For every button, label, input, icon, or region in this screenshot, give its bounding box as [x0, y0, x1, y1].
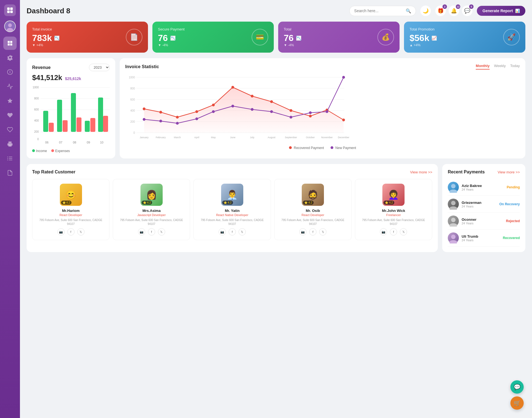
instagram-icon-1[interactable]: 📷 [138, 228, 145, 235]
customer-name-4: Mr.John Wick [359, 209, 429, 213]
sidebar-item-heart2[interactable] [3, 123, 17, 136]
payments-view-more[interactable]: View more >> [498, 170, 520, 174]
facebook-icon-2[interactable]: f [229, 228, 236, 235]
sidebar-item-heart[interactable] [3, 109, 17, 122]
sidebar-item-doc[interactable] [3, 166, 17, 179]
stat-icon-invoice: 📄 [126, 29, 142, 45]
facebook-icon-0[interactable]: f [67, 228, 75, 235]
svg-text:800: 800 [34, 97, 39, 100]
fab-cart[interactable]: 🛒 [510, 396, 524, 410]
twitter-icon-3[interactable]: 𝕏 [319, 228, 326, 235]
fab-support[interactable]: 💬 [510, 380, 524, 394]
svg-text:08: 08 [73, 141, 76, 144]
customer-social-1: 📷 f 𝕏 [116, 228, 186, 235]
svg-rect-10 [10, 43, 12, 45]
stat-card-payment[interactable]: Secure Payment 76 📉 ▼ -4% 💳 [152, 22, 274, 53]
customer-name-0: Mr.Hariom [36, 209, 106, 213]
svg-point-80 [270, 100, 273, 103]
search-bar[interactable]: 🔍 [349, 6, 416, 16]
payment-info-1: Griezerman 24 Years [462, 201, 497, 208]
payment-info-3: Uli Trumb 24 Years [462, 234, 500, 242]
revenue-sub-value: $25,612k [65, 76, 81, 81]
stat-card-invoice[interactable]: Total invoice 783k 📉 ▼ +4% 📄 [27, 22, 148, 53]
svg-point-85 [143, 118, 145, 121]
stat-card-promo[interactable]: Total Promotion $56k 📈 ▲ +4% 🚀 [404, 22, 525, 53]
sidebar-item-info[interactable] [3, 65, 17, 79]
theme-toggle-button[interactable]: 🌙 [420, 6, 431, 16]
payment-age-2: 24 Years [462, 222, 503, 225]
sidebar-item-list[interactable] [3, 152, 17, 165]
payment-item-2[interactable]: Oconner 24 Years Rejected [448, 213, 520, 230]
twitter-icon-0[interactable]: 𝕏 [77, 228, 85, 235]
customers-view-more[interactable]: View more >> [410, 170, 432, 174]
svg-point-76 [195, 110, 198, 113]
bell-badge: 12 [456, 4, 460, 9]
customer-grid: 😊 ⭐ 4.2 Mr.Hariom React Developer 795 Fo… [32, 179, 432, 240]
twitter-icon-2[interactable]: 𝕏 [239, 228, 246, 235]
facebook-icon-4[interactable]: f [390, 228, 397, 235]
svg-rect-15 [9, 145, 12, 147]
svg-point-19 [7, 157, 8, 157]
svg-rect-33 [43, 111, 48, 132]
svg-text:800: 800 [130, 87, 135, 90]
twitter-icon-1[interactable]: 𝕏 [158, 228, 165, 235]
facebook-icon-1[interactable]: f [148, 228, 155, 235]
year-select[interactable]: 2023 2022 2021 [89, 64, 110, 71]
stat-trend-invoice: ▼ +4% [32, 43, 126, 47]
rating-badge-1: ⭐ 4.2 [142, 201, 152, 205]
recovered-payment-legend: Recovered Payment [294, 146, 324, 150]
payment-item-1[interactable]: Griezerman 24 Years On Recovery [448, 196, 520, 213]
invoice-tabs: Monthly Weekly Today [476, 64, 520, 70]
customer-addr-2: 795 Folsom Ave, Suite 600 San Francisco,… [197, 218, 267, 226]
customer-role-4: Freelancer [359, 213, 429, 217]
svg-point-78 [231, 86, 234, 89]
app-logo[interactable] [4, 4, 16, 16]
svg-point-100 [449, 206, 457, 210]
svg-point-94 [309, 111, 312, 114]
svg-text:October: October [306, 136, 315, 139]
svg-text:March: March [174, 136, 181, 139]
instagram-icon-2[interactable]: 📷 [219, 228, 226, 235]
search-input[interactable] [354, 9, 403, 13]
header: Dashboard 8 🔍 🌙 🎁 2 🔔 12 💬 5 Generate Re… [27, 6, 525, 16]
svg-point-102 [449, 223, 457, 227]
avatar[interactable] [4, 20, 16, 32]
instagram-icon-3[interactable]: 📷 [299, 228, 306, 235]
expense-label: Expenses [55, 149, 70, 153]
invoice-line-chart: 1000 800 600 400 200 0 January February … [125, 72, 347, 144]
gift-button[interactable]: 🎁 2 [435, 6, 446, 16]
stat-card-total[interactable]: Total 76 📉 ▼ -4% 💰 [278, 22, 400, 53]
payments-header: Recent Payments View more >> [448, 170, 520, 175]
svg-rect-37 [71, 93, 76, 132]
sidebar-item-print[interactable] [3, 137, 17, 151]
sidebar-item-settings[interactable] [3, 51, 17, 64]
tab-today[interactable]: Today [510, 64, 520, 70]
sidebar-item-dashboard[interactable] [3, 37, 17, 50]
sidebar-item-favorites[interactable] [3, 94, 17, 107]
bell-button[interactable]: 🔔 12 [449, 6, 459, 16]
payment-status-1: On Recovery [499, 202, 520, 206]
instagram-icon-0[interactable]: 📷 [57, 228, 65, 235]
payment-name-3: Uli Trumb [462, 234, 500, 239]
svg-rect-38 [76, 117, 81, 132]
svg-rect-35 [57, 100, 62, 132]
tab-monthly[interactable]: Monthly [476, 64, 490, 70]
customer-role-1: Javascript Developer [116, 213, 186, 217]
stat-trend-total: ▼ -4% [284, 43, 377, 47]
svg-point-79 [251, 95, 254, 98]
payments-title: Recent Payments [448, 170, 485, 175]
tab-weekly[interactable]: Weekly [494, 64, 506, 70]
bottom-row: Top Rated Customer View more >> 😊 ⭐ 4.2 … [27, 164, 525, 252]
chat-button[interactable]: 💬 5 [462, 6, 472, 16]
facebook-icon-3[interactable]: f [309, 228, 316, 235]
payment-item-0[interactable]: Aziz Bakree 24 Years Pending [448, 179, 520, 196]
generate-report-button[interactable]: Generate Report 📊 [477, 6, 525, 16]
stat-icon-promo: 🚀 [503, 29, 520, 45]
svg-text:09: 09 [87, 141, 90, 144]
sidebar-item-analytics[interactable] [3, 80, 17, 93]
instagram-icon-4[interactable]: 📷 [380, 228, 387, 235]
payment-item-3[interactable]: Uli Trumb 24 Years Recovered [448, 230, 520, 247]
svg-text:07: 07 [59, 141, 62, 144]
twitter-icon-4[interactable]: 𝕏 [400, 228, 407, 235]
stat-icon-payment: 💳 [252, 29, 268, 45]
